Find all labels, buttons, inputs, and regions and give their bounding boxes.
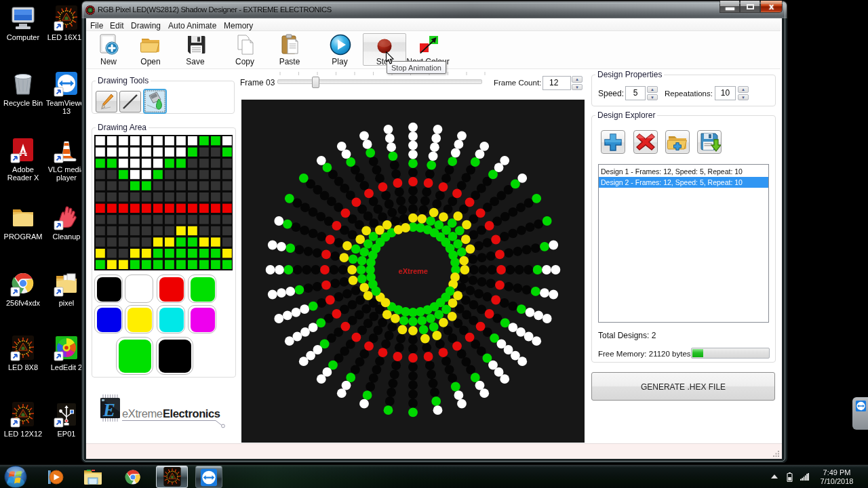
svg-text:E: E bbox=[102, 400, 115, 420]
svg-text:eXtreme: eXtreme bbox=[122, 407, 163, 420]
svg-text:Electronics: Electronics bbox=[163, 407, 220, 420]
svg-text:eXtreme: eXtreme bbox=[398, 267, 427, 275]
